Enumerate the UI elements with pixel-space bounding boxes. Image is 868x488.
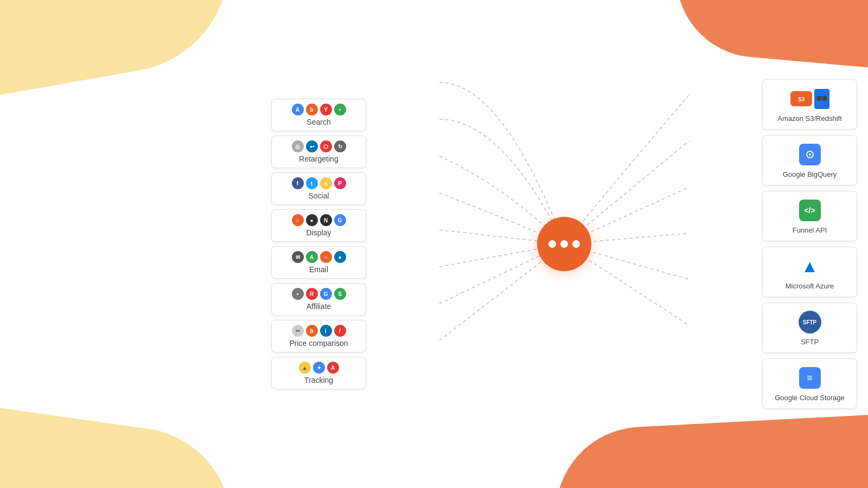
- source-icon: b: [306, 104, 318, 115]
- source-icon: ▲: [299, 362, 311, 374]
- source-card-label: Search: [307, 118, 330, 126]
- dest-card-funnel-api: </>Funnel API: [762, 191, 857, 241]
- card-icons: ✂bi/: [292, 325, 346, 337]
- center-hub: [537, 217, 591, 271]
- source-icon: A: [292, 104, 304, 115]
- source-cards: AbY•Search◎↩⬡↻RetargetingftsPSocial○●NGD…: [271, 99, 366, 389]
- source-icon: ↩: [306, 140, 318, 152]
- svg-point-6: [809, 153, 811, 156]
- hub-dot-1: [548, 240, 556, 248]
- dest-card-label: Microsoft Azure: [786, 282, 834, 290]
- source-icon: G: [320, 288, 332, 300]
- card-icons: ✉A○●: [292, 251, 346, 263]
- source-icon: /: [334, 325, 346, 337]
- source-icon: ●: [334, 251, 346, 263]
- source-icon: ↻: [334, 140, 346, 152]
- source-icon: P: [334, 177, 346, 189]
- dest-icon: </>: [797, 198, 822, 223]
- source-card-email: ✉A○●Email: [271, 246, 366, 279]
- source-icon: ○: [320, 251, 332, 263]
- source-card-affiliate: •RGSAffiliate: [271, 283, 366, 316]
- source-card-label: Social: [308, 191, 329, 200]
- dest-card-label: Google Cloud Storage: [775, 394, 845, 402]
- card-icons: AbY•: [292, 104, 346, 115]
- source-card-search: AbY•Search: [271, 99, 366, 131]
- source-icon: ●: [306, 214, 318, 226]
- source-card-label: Display: [307, 228, 331, 237]
- source-icon: ◎: [292, 140, 304, 152]
- source-icon: ✦: [313, 362, 325, 374]
- dest-icon: [797, 142, 822, 167]
- source-icon: f: [292, 177, 304, 189]
- source-icon: Y: [320, 104, 332, 115]
- svg-text:S3: S3: [797, 97, 805, 102]
- card-icons: •RGS: [292, 288, 346, 300]
- source-card-tracking: ▲✦ATracking: [271, 357, 366, 389]
- source-icon: i: [320, 325, 332, 337]
- source-icon: N: [320, 214, 332, 226]
- source-icon: A: [306, 251, 318, 263]
- hub-dot-2: [560, 240, 568, 248]
- card-icons: ◎↩⬡↻: [292, 140, 346, 152]
- svg-text:⬛⬛: ⬛⬛: [816, 95, 827, 101]
- source-card-display: ○●NGDisplay: [271, 209, 366, 242]
- headline: [33, 203, 228, 285]
- hub-dots: [548, 240, 580, 248]
- source-card-social: ftsPSocial: [271, 172, 366, 205]
- dest-icon: ≡: [797, 365, 822, 390]
- dest-icon: S3 ⬛⬛: [797, 86, 822, 111]
- source-card-label: Retargeting: [299, 155, 338, 163]
- dest-card-label: SFTP: [801, 338, 819, 346]
- source-icon: A: [327, 362, 339, 374]
- diagram-section: AbY•Search◎↩⬡↻RetargetingftsPSocial○●NGD…: [260, 54, 868, 434]
- dest-card-microsoft-azure: ▲Microsoft Azure: [762, 247, 857, 297]
- dest-icon: ▲: [797, 254, 822, 279]
- source-icon: ⬡: [320, 140, 332, 152]
- source-icon: R: [306, 288, 318, 300]
- card-icons: ftsP: [292, 177, 346, 189]
- dest-card-label: Funnel API: [793, 226, 827, 234]
- source-card-retargeting: ◎↩⬡↻Retargeting: [271, 136, 366, 168]
- source-card-label: Price comparison: [289, 339, 348, 348]
- card-icons: ○●NG: [292, 214, 346, 226]
- source-icon: b: [306, 325, 318, 337]
- hub-dot-3: [572, 240, 580, 248]
- source-icon: t: [306, 177, 318, 189]
- dest-card-google-cloud-storage: ≡Google Cloud Storage: [762, 358, 857, 409]
- main-content: AbY•Search◎↩⬡↻RetargetingftsPSocial○●NGD…: [0, 0, 868, 488]
- dest-card-sftp: SFTPSFTP: [762, 303, 857, 353]
- source-card-label: Affiliate: [307, 302, 331, 311]
- source-icon: ✂: [292, 325, 304, 337]
- source-icon: •: [334, 104, 346, 115]
- left-section: [0, 203, 260, 285]
- source-card-label: Email: [309, 265, 328, 274]
- dest-cards: S3 ⬛⬛ Amazon S3/Redshift Google BigQuery…: [762, 79, 857, 409]
- source-card-label: Tracking: [304, 376, 333, 384]
- source-icon: •: [292, 288, 304, 300]
- card-icons: ▲✦A: [299, 362, 339, 374]
- source-icon: s: [320, 177, 332, 189]
- dest-card-amazon-s3-redshift: S3 ⬛⬛ Amazon S3/Redshift: [762, 79, 857, 130]
- source-icon: G: [334, 214, 346, 226]
- dest-card-label: Google BigQuery: [783, 170, 837, 178]
- dest-card-google-bigquery: Google BigQuery: [762, 135, 857, 185]
- source-icon: ○: [292, 214, 304, 226]
- dest-card-label: Amazon S3/Redshift: [777, 114, 842, 123]
- source-icon: S: [334, 288, 346, 300]
- dest-icon: SFTP: [797, 310, 822, 335]
- source-card-price-comparison: ✂bi/Price comparison: [271, 320, 366, 352]
- source-icon: ✉: [292, 251, 304, 263]
